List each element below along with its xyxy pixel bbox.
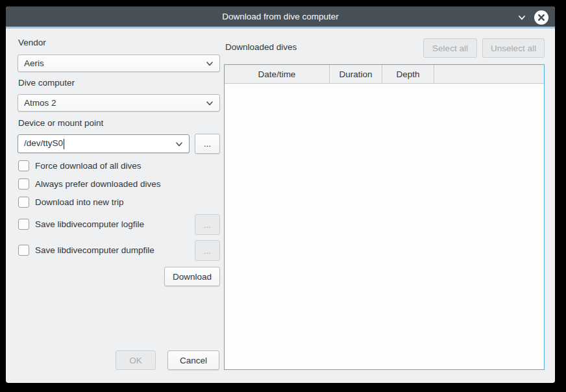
checkbox-force-download[interactable]: Force download of all dives xyxy=(18,160,142,171)
checkbox-prefer-downloaded[interactable]: Always prefer downloaded dives xyxy=(18,178,161,190)
checkbox-save-logfile[interactable]: Save libdivecomputer logfile xyxy=(18,219,144,230)
download-button[interactable]: Download xyxy=(164,267,220,286)
titlebar[interactable]: Download from dive computer xyxy=(6,6,555,29)
device-label: Device or mount point xyxy=(18,118,103,128)
close-button[interactable] xyxy=(534,10,548,25)
chevron-down-icon xyxy=(517,12,527,23)
chevron-down-icon xyxy=(175,140,184,149)
ok-button[interactable]: OK xyxy=(116,350,156,370)
checkbox-label: Download into new trip xyxy=(35,197,124,207)
downloaded-dives-table[interactable]: Date/time Duration Depth xyxy=(224,64,545,370)
checkbox-save-dumpfile[interactable]: Save libdivecomputer dumpfile xyxy=(18,245,154,256)
vendor-combobox[interactable]: Aeris xyxy=(18,55,220,72)
checkbox-icon xyxy=(18,245,29,256)
column-header-duration[interactable]: Duration xyxy=(330,65,382,83)
dive-computer-combobox-value: Atmos 2 xyxy=(24,98,201,108)
checkbox-icon xyxy=(18,160,29,171)
table-header: Date/time Duration Depth xyxy=(225,65,544,84)
column-header-datetime[interactable]: Date/time xyxy=(225,65,330,83)
column-header-depth[interactable]: Depth xyxy=(382,65,434,83)
window-title: Download from dive computer xyxy=(222,12,338,21)
device-browse-button[interactable]: ... xyxy=(195,134,220,154)
downloaded-dives-label: Downloaded dives xyxy=(225,42,297,52)
device-combobox[interactable]: /dev/ttyS0 xyxy=(18,134,190,153)
titlebar-buttons xyxy=(516,6,548,29)
checkbox-label: Force download of all dives xyxy=(35,161,142,171)
checkbox-icon xyxy=(18,219,29,230)
vendor-combobox-value: Aeris xyxy=(24,58,201,68)
cancel-button[interactable]: Cancel xyxy=(167,350,219,370)
download-dialog: Download from dive computer Vendor Aeris… xyxy=(6,6,555,383)
chevron-down-icon xyxy=(205,99,214,108)
shade-button[interactable] xyxy=(516,12,528,23)
chevron-down-icon xyxy=(205,59,214,68)
vendor-label: Vendor xyxy=(18,38,46,47)
select-all-button[interactable]: Select all xyxy=(423,38,477,58)
checkbox-label: Always prefer downloaded dives xyxy=(35,179,161,189)
dumpfile-browse-button[interactable]: ... xyxy=(195,240,220,261)
device-combobox-value: /dev/ttyS0 xyxy=(24,138,171,149)
unselect-all-button[interactable]: Unselect all xyxy=(482,38,545,58)
checkbox-label: Save libdivecomputer dumpfile xyxy=(35,245,154,255)
text-cursor xyxy=(64,139,64,149)
column-header-empty[interactable] xyxy=(434,65,544,83)
close-icon xyxy=(537,14,545,21)
checkbox-icon xyxy=(18,178,29,190)
checkbox-icon xyxy=(18,197,29,208)
dive-computer-label: Dive computer xyxy=(18,78,75,88)
checkbox-new-trip[interactable]: Download into new trip xyxy=(18,197,124,208)
logfile-browse-button[interactable]: ... xyxy=(195,214,220,235)
checkbox-label: Save libdivecomputer logfile xyxy=(35,219,144,229)
table-body[interactable] xyxy=(225,84,544,369)
dive-computer-combobox[interactable]: Atmos 2 xyxy=(18,94,220,112)
